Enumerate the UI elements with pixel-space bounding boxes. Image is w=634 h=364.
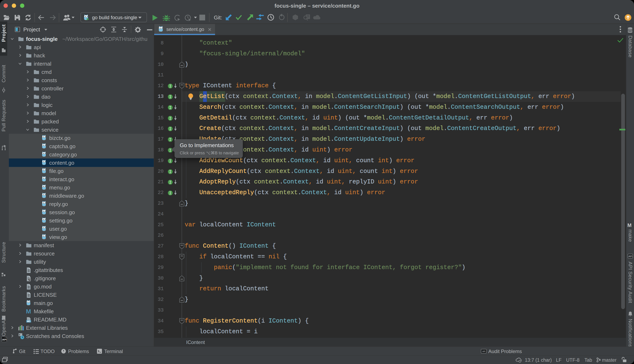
- svg-text:/API: /API: [2, 338, 6, 341]
- svg-text:/API: /API: [628, 255, 632, 258]
- svg-text:MD: MD: [27, 320, 30, 322]
- svg-text:API: API: [482, 350, 486, 352]
